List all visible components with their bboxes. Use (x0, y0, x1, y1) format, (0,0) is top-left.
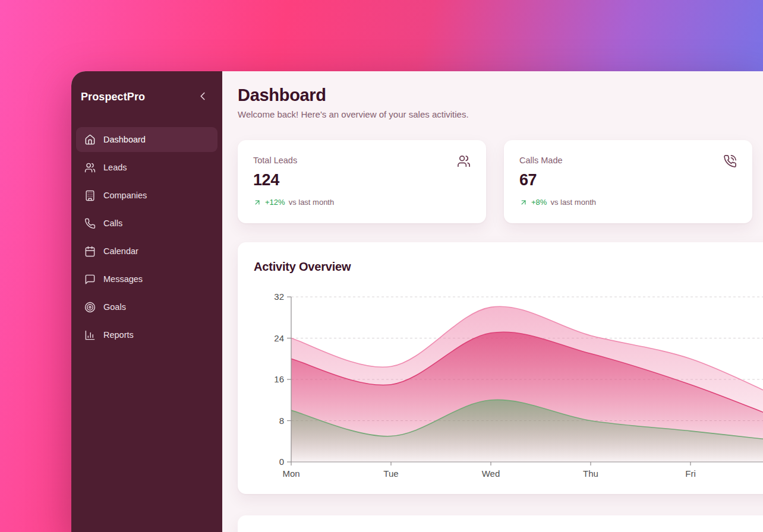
trend-percent: +8% (531, 198, 547, 207)
x-tick-label: Wed (482, 468, 500, 479)
sidebar-item-label: Messages (103, 274, 143, 284)
target-icon (84, 302, 96, 313)
sidebar-item-leads[interactable]: Leads (76, 155, 217, 180)
app-logo: ProspectPro (81, 91, 145, 103)
sidebar-header: ProspectPro (71, 86, 222, 103)
bar-chart-icon (84, 330, 96, 341)
y-tick-label: 32 (274, 292, 284, 302)
y-tick-label: 8 (279, 416, 284, 426)
users-icon (84, 162, 96, 173)
x-tick-label: Mon (282, 468, 299, 479)
sidebar-item-label: Calls (103, 218, 122, 228)
home-icon (84, 134, 96, 145)
x-tick-label: Thu (583, 468, 598, 479)
sidebar-item-calendar[interactable]: Calendar (76, 239, 217, 264)
trend-suffix: vs last month (550, 198, 596, 207)
sidebar-item-label: Goals (103, 302, 126, 312)
sidebar-item-reports[interactable]: Reports (76, 322, 217, 347)
x-tick-label: Fri (685, 468, 696, 479)
stat-trend: +12% vs last month (253, 198, 471, 207)
sidebar-nav: Dashboard Leads Companies Calls Calendar (71, 127, 222, 347)
partially-visible-card (238, 515, 763, 532)
stat-trend: +8% vs last month (519, 198, 737, 207)
page-header: Dashboard Welcome back! Here's an overvi… (238, 86, 469, 119)
sidebar-item-companies[interactable]: Companies (76, 183, 217, 208)
sidebar-item-label: Leads (103, 163, 127, 172)
sidebar-item-goals[interactable]: Goals (76, 294, 217, 319)
y-tick-label: 16 (274, 374, 284, 384)
page-title: Dashboard (238, 86, 469, 105)
stat-label: Total Leads (253, 156, 471, 165)
stat-value: 67 (519, 171, 737, 189)
y-tick-label: 24 (274, 333, 284, 343)
message-icon (84, 274, 96, 285)
trend-suffix: vs last month (289, 198, 335, 207)
stat-card-total-leads: Total Leads 124 +12% vs last month (238, 140, 486, 223)
stat-card-calls-made: Calls Made 67 +8% vs last month (504, 140, 752, 223)
sidebar-item-calls[interactable]: Calls (76, 211, 217, 236)
y-tick-label: 0 (279, 457, 284, 467)
sidebar-item-label: Dashboard (103, 135, 146, 144)
phone-icon (84, 218, 96, 229)
desktop-background: ProspectPro Dashboard Leads Companies (0, 0, 763, 532)
sidebar-item-label: Calendar (103, 246, 138, 256)
chevron-left-icon (196, 90, 209, 104)
stat-label: Calls Made (519, 156, 737, 165)
stats-row: Total Leads 124 +12% vs last month Calls… (238, 140, 752, 223)
phone-call-icon (723, 154, 737, 168)
app-window: ProspectPro Dashboard Leads Companies (71, 71, 763, 532)
activity-area-chart: 08162432MonTueWedThuFri (250, 290, 763, 489)
x-tick-label: Tue (383, 468, 398, 479)
sidebar: ProspectPro Dashboard Leads Companies (71, 71, 222, 532)
stat-value: 124 (253, 171, 471, 189)
trend-up-icon (519, 198, 528, 207)
users-icon (457, 154, 471, 168)
main-content: Dashboard Welcome back! Here's an overvi… (222, 71, 763, 532)
sidebar-collapse-button[interactable] (196, 90, 209, 103)
sidebar-item-dashboard[interactable]: Dashboard (76, 127, 217, 152)
building-icon (84, 190, 96, 201)
activity-overview-card: Activity Overview 08162432MonTueWedThuFr… (238, 242, 763, 494)
page-subtitle: Welcome back! Here's an overview of your… (238, 109, 469, 119)
sidebar-item-label: Reports (103, 330, 134, 340)
trend-percent: +12% (265, 198, 285, 207)
calendar-icon (84, 246, 96, 257)
sidebar-item-messages[interactable]: Messages (76, 267, 217, 292)
trend-up-icon (253, 198, 261, 207)
sidebar-item-label: Companies (103, 191, 147, 200)
chart-title: Activity Overview (254, 260, 351, 274)
